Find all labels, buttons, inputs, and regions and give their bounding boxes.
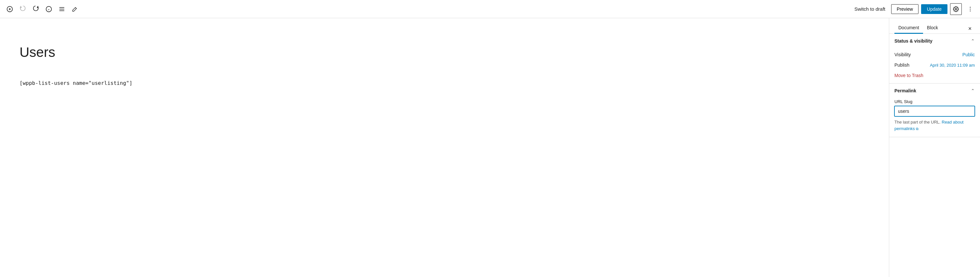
add-block-button[interactable] xyxy=(4,3,16,15)
svg-point-10 xyxy=(955,8,957,10)
visibility-value[interactable]: Public xyxy=(963,52,975,57)
permalink-title: Permalink xyxy=(894,88,916,93)
update-button[interactable]: Update xyxy=(921,4,947,14)
shortcode-block[interactable]: [wppb-list-users name="userlisting"] xyxy=(19,80,869,86)
external-link-icon: ⧉ xyxy=(916,127,918,131)
permalink-note: The last part of the URL. Read about per… xyxy=(894,119,975,132)
visibility-row: Visibility Public xyxy=(894,49,975,60)
url-slug-label: URL Slug xyxy=(894,99,975,104)
svg-point-12 xyxy=(970,8,971,9)
page-title: Users xyxy=(19,44,869,60)
status-visibility-header[interactable]: Status & visibility ⌃ xyxy=(889,34,980,48)
editor-canvas[interactable]: Users [wppb-list-users name="userlisting… xyxy=(0,18,889,277)
more-options-button[interactable] xyxy=(964,3,976,15)
status-visibility-title: Status & visibility xyxy=(894,38,932,44)
sidebar-close-button[interactable]: × xyxy=(965,24,975,33)
permalink-chevron: ⌃ xyxy=(971,88,975,93)
permalink-header[interactable]: Permalink ⌃ xyxy=(889,84,980,98)
svg-line-9 xyxy=(75,8,76,8)
toolbar-left xyxy=(4,3,851,15)
undo-button[interactable] xyxy=(17,3,29,15)
sidebar-tabs: Document Block × xyxy=(889,18,980,34)
switch-to-draft-button[interactable]: Switch to draft xyxy=(851,4,889,14)
tab-document[interactable]: Document xyxy=(894,22,923,33)
publish-row: Publish April 30, 2020 11:09 am xyxy=(894,60,975,70)
svg-point-13 xyxy=(970,10,971,11)
status-visibility-chevron: ⌃ xyxy=(971,38,975,44)
move-to-trash-button[interactable]: Move to Trash xyxy=(894,70,975,78)
sidebar-panel: Document Block × Status & visibility ⌃ V… xyxy=(889,18,980,277)
list-view-button[interactable] xyxy=(56,3,68,15)
info-button[interactable] xyxy=(43,3,55,15)
permalink-section: Permalink ⌃ URL Slug The last part of th… xyxy=(889,84,980,137)
status-visibility-body: Visibility Public Publish April 30, 2020… xyxy=(889,48,980,83)
svg-point-11 xyxy=(970,6,971,8)
redo-button[interactable] xyxy=(30,3,41,15)
main-area: Users [wppb-list-users name="userlisting… xyxy=(0,18,980,277)
preview-button[interactable]: Preview xyxy=(891,4,918,14)
edit-button[interactable] xyxy=(69,3,81,15)
visibility-label: Visibility xyxy=(894,52,911,57)
publish-value[interactable]: April 30, 2020 11:09 am xyxy=(930,63,975,68)
permalink-body: URL Slug The last part of the URL. Read … xyxy=(889,98,980,137)
url-slug-input[interactable] xyxy=(894,106,975,116)
tab-block[interactable]: Block xyxy=(923,22,942,33)
settings-button[interactable] xyxy=(950,3,962,15)
status-visibility-section: Status & visibility ⌃ Visibility Public … xyxy=(889,34,980,84)
publish-label: Publish xyxy=(894,62,909,68)
toolbar: Switch to draft Preview Update xyxy=(0,0,980,18)
toolbar-right: Switch to draft Preview Update xyxy=(851,3,976,15)
